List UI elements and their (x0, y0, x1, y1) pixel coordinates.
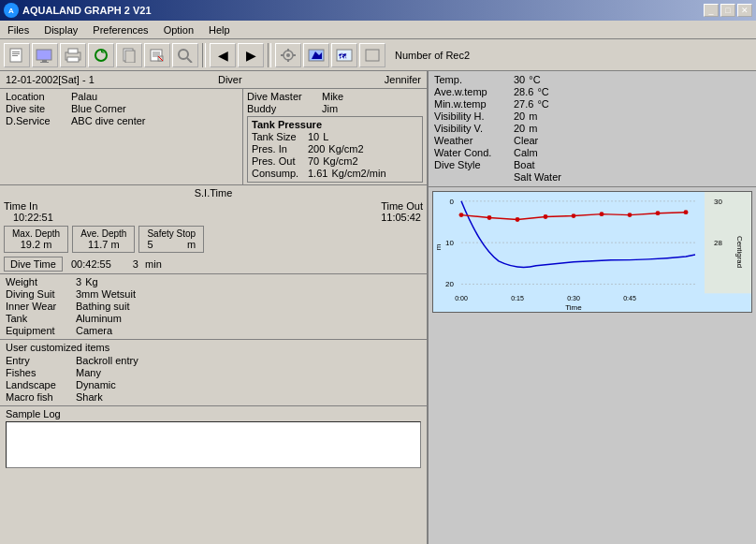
toolbar-edit[interactable] (144, 43, 170, 67)
chart-svg: 0 10 20 m 30 28 Centigrad (433, 192, 751, 312)
location-value: Palau (71, 91, 97, 102)
toolbar-settings[interactable] (275, 43, 301, 67)
tank-eq-label: Tank (6, 313, 76, 324)
max-depth-value: 19.2 m (12, 239, 60, 250)
ave-depth-box: Ave. Depth 11.7 m (72, 226, 135, 253)
time-in-block: Time In 10:22:51 (4, 200, 53, 223)
toolbar-print[interactable] (60, 43, 86, 67)
dive-site-label: Dive site (6, 103, 71, 114)
dive-time-row: Dive Time 00:42:55 3 min (4, 257, 423, 272)
toolbar-new[interactable] (4, 43, 30, 67)
menu-files[interactable]: Files (0, 21, 36, 38)
consump-row: Consump. 1.61 Kg/cm2/min (252, 168, 386, 179)
dive-time-box: Dive Time (4, 257, 63, 272)
menu-option[interactable]: Option (156, 21, 201, 38)
svg-point-20 (179, 50, 188, 59)
si-time-header: S.I.Time (4, 187, 423, 198)
env-block: Temp. 30 °C Ave.w.temp 28.6 °C Min.w.tem… (429, 71, 756, 187)
chart-container: 0 10 20 m 30 28 Centigrad (432, 191, 752, 313)
landscape-label: Landscape (6, 379, 76, 390)
dive-master-row: Dive Master Mike (247, 91, 423, 102)
time-out-value: 11:05:42 (381, 212, 423, 223)
time-in-label: Time In (4, 200, 37, 212)
weight-value: 3 (76, 276, 81, 287)
menu-display[interactable]: Display (36, 21, 85, 38)
toolbar-display[interactable] (32, 43, 58, 67)
pres-out-unit: Kg/cm2 (323, 155, 357, 167)
svg-text:0: 0 (450, 198, 455, 206)
weather-row: Weather Clear (434, 135, 750, 146)
menu-help[interactable]: Help (201, 21, 238, 38)
water-cond-value: Calm (514, 147, 538, 158)
equipment-value: Camera (76, 325, 112, 336)
weight-unit: Kg (85, 276, 97, 287)
svg-rect-5 (42, 60, 47, 62)
weather-label: Weather (434, 135, 514, 146)
buddy-row: Buddy Jim (247, 103, 423, 114)
tank-section: Tank Pressure Tank Size 10 L Pres. In 20… (247, 116, 423, 183)
svg-line-21 (187, 58, 192, 63)
svg-rect-26 (281, 54, 284, 56)
svg-text:0:00: 0:00 (455, 295, 468, 301)
pres-in-unit: Kg/cm2 (328, 143, 363, 154)
ave-w-temp-label: Ave.w.temp (434, 86, 514, 97)
menu-bar: Files Display Preferences Option Help (0, 21, 756, 39)
toolbar-refresh[interactable] (88, 43, 114, 67)
minimize-button[interactable]: _ (704, 4, 719, 17)
landscape-value: Dynamic (76, 379, 116, 390)
dive-time-label: Dive Time (10, 258, 56, 270)
fishes-label: Fishes (6, 367, 76, 378)
svg-text:🗺: 🗺 (339, 52, 347, 61)
weight-row: Weight 3 Kg (6, 276, 421, 287)
toolbar-view2[interactable]: 🗺 (331, 43, 357, 67)
pres-in-label: Pres. In (252, 143, 308, 154)
ave-w-temp-row: Ave.w.temp 28.6 °C (434, 86, 750, 97)
custom-block: User customized items Entry Backroll ent… (0, 340, 427, 406)
visibility-h-row: Visibility H. 20 m (434, 110, 750, 122)
toolbar-prev[interactable]: ◀ (210, 43, 236, 67)
consump-unit: Kg/cm2/min (331, 168, 385, 179)
d-service-label: D.Service (6, 115, 71, 126)
tank-size-label: Tank Size (252, 131, 308, 142)
dive-site-value: Blue Corner (71, 103, 126, 114)
svg-point-47 (516, 217, 520, 222)
toolbar-copy[interactable] (116, 43, 142, 67)
svg-text:28: 28 (714, 239, 722, 247)
toolbar-separator-1 (202, 43, 206, 67)
svg-point-49 (572, 213, 576, 218)
toolbar-search[interactable] (172, 43, 198, 67)
toolbar-blank[interactable] (359, 43, 385, 67)
dive-style-row: Dive Style Boat (434, 159, 750, 170)
custom-header: User customized items (6, 342, 421, 353)
svg-point-48 (544, 214, 548, 219)
toolbar-view1[interactable] (303, 43, 329, 67)
svg-rect-13 (125, 51, 135, 63)
buddy-label: Buddy (247, 103, 322, 114)
ave-depth-value: 11.7 m (80, 239, 126, 250)
tank-size-unit: L (323, 131, 328, 142)
macro-fish-value: Shark (76, 391, 103, 403)
buddy-value: Jim (322, 103, 338, 114)
svg-point-52 (656, 211, 661, 215)
equipment-row: Equipment Camera (6, 325, 421, 336)
temp-row: Temp. 30 °C (434, 74, 750, 85)
right-panel: Temp. 30 °C Ave.w.temp 28.6 °C Min.w.tem… (429, 71, 756, 544)
svg-rect-3 (12, 55, 18, 56)
toolbar-next[interactable]: ▶ (238, 43, 264, 67)
svg-rect-6 (40, 62, 49, 63)
maximize-button[interactable]: □ (720, 4, 735, 17)
dive-master-value: Mike (322, 91, 343, 102)
tank-eq-row: Tank Aluminum (6, 313, 421, 324)
menu-preferences[interactable]: Preferences (85, 21, 155, 38)
svg-rect-4 (36, 50, 51, 60)
landscape-row: Landscape Dynamic (6, 379, 421, 390)
ave-w-temp-value: 28.6 (514, 86, 533, 97)
diving-suit-value: 3mm Wetsuit (76, 288, 136, 300)
close-button[interactable]: ✕ (737, 4, 752, 17)
safety-stop-unit: m (187, 239, 196, 250)
sample-log-content[interactable] (6, 421, 421, 468)
water-cond-row: Water Cond. Calm (434, 147, 750, 158)
time-in-out: Time In 10:22:51 Time Out 11:05:42 (4, 200, 423, 223)
pres-out-value: 70 (308, 155, 319, 167)
left-panel: 12-01-2002[Sat] - 1 Diver Jennifer Locat… (0, 71, 429, 544)
